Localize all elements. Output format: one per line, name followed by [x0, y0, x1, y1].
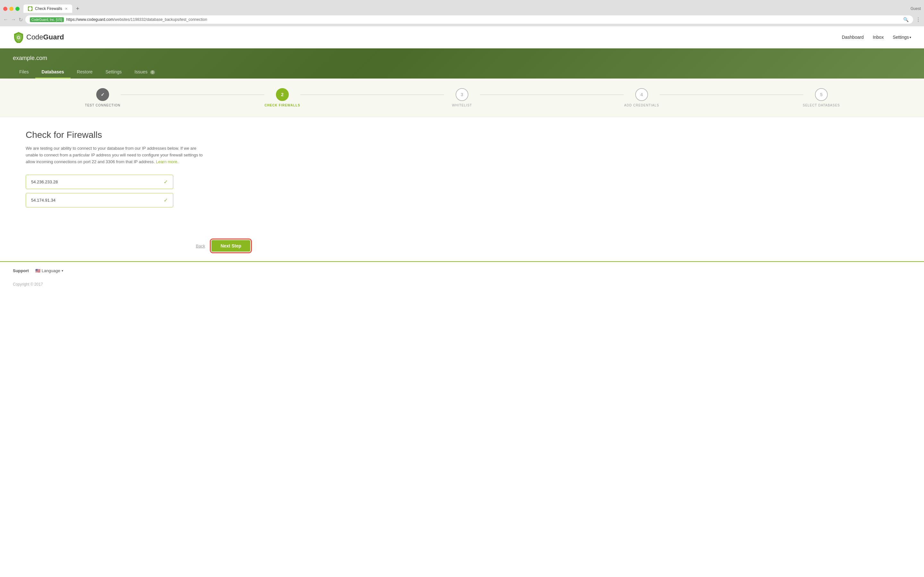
step-label-1: TEST CONNECTION — [85, 103, 120, 107]
page-body: Check for Firewalls We are testing our a… — [13, 117, 237, 230]
footer-bottom: Copyright © 2017 — [0, 282, 924, 293]
header-nav: Dashboard Inbox Settings ▾ — [842, 35, 911, 40]
back-nav-button[interactable]: ← — [3, 17, 8, 23]
guest-label: Guest — [911, 6, 921, 11]
close-button[interactable] — [3, 7, 7, 11]
check-icon-1: ✓ — [164, 179, 168, 185]
url-domain: https://www.codeguard.com — [66, 17, 113, 22]
flag-icon: 🇺🇸 — [35, 268, 40, 273]
step-whitelist: 3 WHITELIST — [372, 88, 552, 107]
new-tab-button[interactable]: + — [74, 5, 81, 12]
reload-button[interactable]: ↻ — [19, 17, 23, 23]
ip-address-row-1: 54.236.233.28 ✓ — [26, 175, 173, 189]
language-selector[interactable]: 🇺🇸 Language ▾ — [35, 268, 63, 273]
copyright-text: Copyright © 2017 — [13, 282, 911, 287]
tab-restore[interactable]: Restore — [71, 66, 99, 79]
step-label-3: WHITELIST — [452, 103, 472, 107]
step-circle-4: 4 — [635, 88, 648, 101]
site-band: example.com Files Databases Restore Sett… — [0, 48, 924, 79]
step-circle-1: ✓ — [96, 88, 109, 101]
wizard-steps: ✓ TEST CONNECTION 2 CHECK FIREWALLS 3 WH… — [0, 79, 924, 117]
site-tabs: Files Databases Restore Settings Issues … — [13, 66, 911, 79]
window-controls — [3, 7, 19, 11]
support-link[interactable]: Support — [13, 268, 29, 273]
ip-address-2: 54.174.91.34 — [31, 198, 55, 203]
ip-address-1: 54.236.233.28 — [31, 179, 58, 184]
svg-text:G: G — [17, 35, 21, 40]
logo-code: Code — [26, 33, 43, 41]
browser-menu-icon[interactable]: ⋮ — [916, 17, 921, 23]
nav-inbox[interactable]: Inbox — [873, 35, 884, 40]
url-bar[interactable]: https://www.codeguard.com/websites/11983… — [66, 17, 901, 22]
back-button[interactable]: Back — [196, 243, 205, 248]
logo: G CodeGuard — [13, 31, 64, 43]
nav-settings[interactable]: Settings ▾ — [893, 35, 911, 40]
language-label: Language — [42, 268, 60, 273]
step-add-credentials: 4 ADD CREDENTIALS — [552, 88, 732, 107]
page-title: Check for Firewalls — [26, 130, 225, 140]
nav-dashboard[interactable]: Dashboard — [842, 35, 864, 40]
step-label-4: ADD CREDENTIALS — [624, 103, 659, 107]
step-circle-2: 2 — [276, 88, 289, 101]
maximize-button[interactable] — [15, 7, 19, 11]
browser-tab[interactable]: Check Firewalls ✕ — [23, 5, 72, 13]
step-select-databases: 5 SELECT DATABASES — [732, 88, 911, 107]
check-icon-2: ✓ — [164, 197, 168, 203]
issues-badge: 0 — [150, 70, 155, 74]
tab-settings[interactable]: Settings — [99, 66, 128, 79]
logo-guard: Guard — [43, 33, 64, 41]
minimize-button[interactable] — [9, 7, 13, 11]
ip-address-row-2: 54.174.91.34 ✓ — [26, 193, 173, 207]
main-content: Check for Firewalls We are testing our a… — [0, 117, 924, 261]
action-bar: Back Next Step — [13, 230, 263, 261]
app-footer: Support 🇺🇸 Language ▾ — [0, 261, 924, 279]
url-path: /websites/1198332/database_backups/test_… — [113, 17, 207, 22]
tab-favicon — [28, 6, 32, 11]
chevron-down-icon: ▾ — [61, 269, 63, 272]
step-circle-5: 5 — [815, 88, 828, 101]
step-label-2: CHECK FIREWALLS — [264, 103, 300, 107]
next-step-button[interactable]: Next Step — [212, 240, 250, 251]
forward-nav-button[interactable]: → — [11, 17, 16, 23]
tab-close-icon[interactable]: ✕ — [65, 7, 68, 11]
step-test-connection: ✓ TEST CONNECTION — [13, 88, 192, 107]
step-label-5: SELECT DATABASES — [803, 103, 840, 107]
page-description: We are testing our ability to connect to… — [26, 145, 205, 165]
learn-more-link[interactable]: Learn more — [156, 159, 177, 164]
tab-files[interactable]: Files — [13, 66, 35, 79]
logo-text: CodeGuard — [26, 33, 64, 41]
security-badge: CodeGuard, Inc. [US] — [30, 17, 64, 22]
app-header: G CodeGuard Dashboard Inbox Settings ▾ — [0, 26, 924, 48]
tab-issues[interactable]: Issues 0 — [128, 66, 162, 79]
tab-databases[interactable]: Databases — [35, 66, 71, 79]
logo-shield-icon: G — [13, 31, 24, 43]
chevron-down-icon: ▾ — [909, 35, 911, 39]
site-name: example.com — [13, 55, 911, 61]
step-check-firewalls: 2 CHECK FIREWALLS — [192, 88, 372, 107]
step-circle-3: 3 — [456, 88, 468, 101]
search-icon[interactable]: 🔍 — [903, 17, 909, 22]
tab-title: Check Firewalls — [35, 6, 62, 11]
